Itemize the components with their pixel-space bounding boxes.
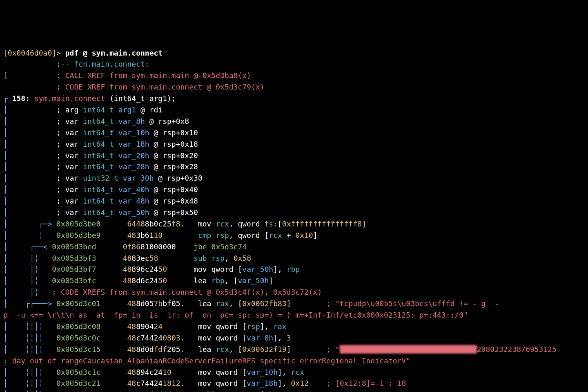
terminal-output: [0x0046d0a0]> pdf @ sym.main.connect ;--… xyxy=(3,47,585,392)
